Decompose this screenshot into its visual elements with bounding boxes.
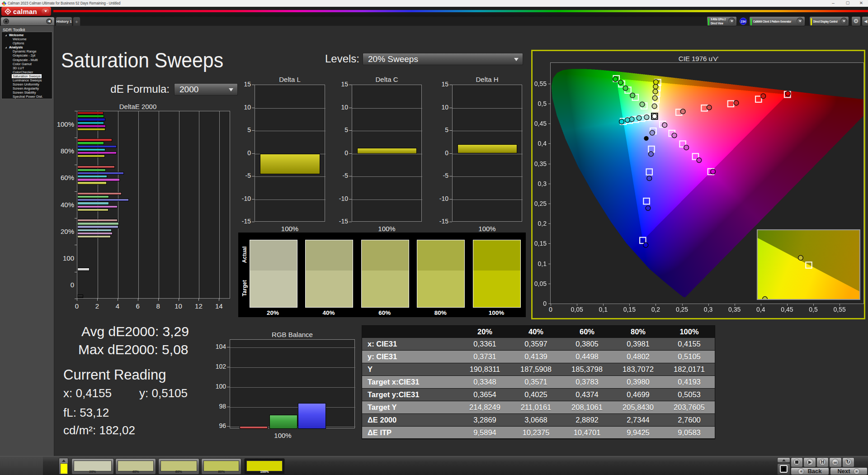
deltae-ytick-mark [75, 111, 77, 111]
sidebar-collapse-button[interactable]: ◀ [46, 19, 52, 24]
delta_h-tick [449, 199, 452, 200]
sidebar-item-analysis[interactable]: Analysis [2, 45, 52, 49]
table-header-100%: 100% [664, 326, 715, 338]
tab-history-1[interactable]: History 1 [56, 17, 72, 26]
cie-ytick-label: 0,55 [528, 80, 547, 87]
device-status-indicator [750, 18, 752, 25]
gridline [453, 108, 523, 109]
sidebar-item-welcome[interactable]: Welcome [2, 37, 52, 41]
back-button[interactable]: «Back [791, 467, 829, 475]
sidebar-item-dynamic-range[interactable]: Dynamic Range [2, 49, 52, 53]
calman-menu-dropdown[interactable] [42, 9, 49, 14]
pattern-level-button-40%[interactable]: 40% [115, 458, 156, 475]
sidebar-item-luminance-sweeps[interactable]: Luminance Sweeps [2, 78, 52, 82]
delta_c-tick-label: -15 [331, 218, 348, 225]
table-cell: 0,3731 [459, 351, 510, 363]
deltae-bar-red-100% [77, 112, 104, 114]
calman-menu-button[interactable]: calman [1, 7, 51, 16]
deltae-bar-cyan-100% [77, 122, 104, 124]
pattern-up-button[interactable] [777, 457, 790, 463]
delta_l-tick-label: 15 [234, 81, 251, 88]
device-button-3[interactable]: Direct Display Control [809, 16, 849, 27]
device-button-1[interactable]: X-Rite i1Pro 2 Direct View [707, 16, 737, 27]
sidebar-item-3d-lut[interactable]: 3D LUT [2, 66, 52, 70]
levels-select[interactable]: 20% Sweeps [363, 53, 523, 65]
formula-select[interactable]: 2000 [174, 83, 238, 95]
cie-ytick-label: 0,15 [528, 240, 547, 247]
swatch-actual-80% [417, 240, 464, 271]
delta_l-tick [252, 199, 255, 200]
refresh-button[interactable]: ↻ [842, 457, 854, 467]
gridline [255, 176, 326, 177]
sidebar-item-spectral-power-dist-[interactable]: Spectral Power Dist. [2, 95, 52, 99]
pattern-label: 60% [159, 470, 199, 474]
sidebar-item-screen-stability[interactable]: Screen Stability [2, 90, 52, 95]
table-cell: ΔE ITP [362, 427, 459, 439]
sidebar-item-screen-angularity[interactable]: Screen Angularity [2, 86, 52, 90]
tree-item-label: Luminance Sweeps [12, 78, 43, 82]
device-button-label: Direct Display Control [813, 19, 838, 23]
gridline [255, 131, 326, 131]
sidebar-item-saturation-sweeps[interactable]: Saturation Sweeps [2, 74, 52, 78]
device-dropdown-button[interactable] [728, 18, 735, 24]
cie-ytick [548, 284, 551, 284]
table-cell: 0,4139 [510, 351, 561, 363]
chevron-left-icon: ◀ [864, 19, 868, 24]
sidebar-item-colorchecker[interactable]: ColorChecker [2, 70, 52, 74]
workflow-record-button[interactable] [3, 19, 9, 24]
pattern-level-button-60%[interactable]: 60% [158, 458, 199, 475]
sidebar-item-grayscale-2pt[interactable]: Grayscale - 2pt [2, 53, 52, 57]
sidebar-item-grayscale-multi[interactable]: Grayscale - Multi [2, 58, 52, 62]
table-cell: x: CIE31 [362, 338, 459, 350]
sidebar-item-welcome[interactable]: Welcome [2, 33, 52, 37]
deltae-ytick-mark [75, 218, 77, 218]
minimize-button[interactable]: – [827, 0, 839, 6]
sidebar-item-color-gamut[interactable]: Color Gamut [2, 62, 52, 66]
delta_c-tick-label: 5 [331, 126, 348, 133]
sidebar-item-options[interactable]: Options [2, 41, 52, 45]
sidebar: SDR Toolkit WelcomeWelcomeOptionsAnalysi… [0, 26, 54, 475]
close-button[interactable]: ✕ [855, 0, 867, 6]
play-icon [807, 459, 813, 466]
deltae-bar-yellow-100% [77, 128, 105, 131]
device-dropdown-button[interactable] [797, 18, 803, 24]
deltae-gridline [159, 111, 159, 299]
deltae-xtick-label: 14 [212, 302, 226, 310]
play-button[interactable] [803, 457, 816, 467]
device-dropdown-button[interactable] [840, 18, 847, 24]
add-tab-button[interactable]: + [73, 17, 80, 26]
next-button[interactable]: Next» [830, 467, 868, 475]
sidebar-item-screen-uniformity[interactable]: Screen Uniformity [2, 82, 52, 86]
deltae-xtick-mark [158, 299, 159, 301]
deltae-bar-0 [77, 294, 83, 298]
deltae-bar-red-40% [77, 192, 122, 195]
panel-collapse-button[interactable]: ◀ [862, 16, 868, 27]
rgb-tick [227, 347, 230, 347]
pattern-window-button[interactable] [59, 458, 68, 475]
pattern-level-button-80%[interactable]: 80% [201, 458, 241, 475]
pattern-window-toggle[interactable] [777, 463, 790, 475]
loop-button[interactable]: ∞ [829, 457, 841, 467]
swatch-label-40%: 40% [305, 309, 352, 316]
deltae-bar-green-60% [77, 169, 106, 171]
pattern-level-button-100%[interactable]: 100% [244, 458, 285, 475]
delta_l-tick [252, 85, 255, 85]
meter-badge[interactable]: 234 [740, 18, 747, 25]
cie-xtick-label: 0,55 [830, 306, 849, 313]
deltae-xtick-mark [219, 299, 219, 301]
tree-item-label: Dynamic Range [12, 49, 38, 53]
maximize-button[interactable]: ▢ [842, 0, 854, 6]
table-row-4: Target y:CIE310,36540,40250,43740,46990,… [362, 389, 715, 401]
step-button[interactable]: H [816, 457, 829, 467]
settings-button[interactable]: ⚙ [851, 16, 861, 27]
deltae-xtick-label: 4 [111, 302, 124, 310]
back-label: Back [807, 468, 821, 475]
tree-item-label: Screen Uniformity [12, 82, 40, 86]
rgb-tick-label: 102 [209, 363, 226, 370]
swatch-target-40% [306, 271, 353, 307]
pattern-level-button-20%[interactable]: 20% [71, 458, 114, 475]
stop-button[interactable] [791, 457, 803, 467]
device-button-2[interactable]: CalMAN Client 3 Pattern Generator [749, 16, 805, 27]
delta_h-tick-label: -5 [431, 172, 448, 179]
deltae-bar-red-20% [77, 219, 118, 222]
